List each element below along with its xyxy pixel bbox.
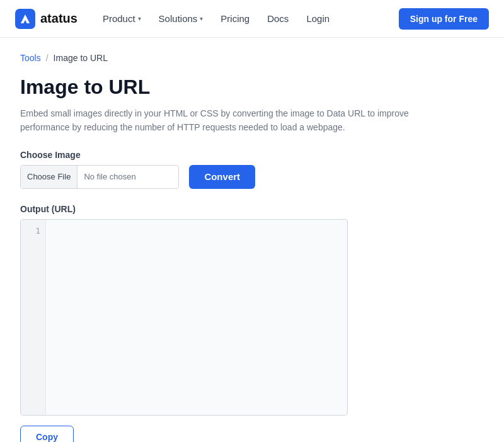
copy-button[interactable]: Copy <box>20 426 74 442</box>
logo-link[interactable]: atatus <box>15 9 77 29</box>
file-name-display: No file chosen <box>77 172 178 181</box>
nav-pricing[interactable]: Pricing <box>220 13 249 24</box>
breadcrumb-tools-link[interactable]: Tools <box>20 53 41 63</box>
page-title: Image to URL <box>20 76 484 99</box>
line-numbers: 1 <box>21 220 46 415</box>
logo-icon <box>15 9 35 29</box>
solutions-chevron-icon: ▾ <box>200 15 203 22</box>
breadcrumb-current: Image to URL <box>54 53 108 63</box>
nav-solutions[interactable]: Solutions ▾ <box>159 13 203 24</box>
page-description: Embed small images directly in your HTML… <box>20 106 449 135</box>
nav-actions: Sign up for Free <box>399 8 489 30</box>
nav-docs[interactable]: Docs <box>267 13 289 24</box>
main-content: Tools / Image to URL Image to URL Embed … <box>0 38 504 442</box>
navbar: atatus Product ▾ Solutions ▾ Pricing Doc… <box>0 0 504 38</box>
line-number-1: 1 <box>35 226 40 235</box>
choose-image-label: Choose Image <box>20 150 484 160</box>
breadcrumb-separator: / <box>46 53 49 63</box>
file-convert-row: Choose File No file chosen Convert <box>20 165 484 189</box>
breadcrumb: Tools / Image to URL <box>20 53 484 63</box>
signup-button[interactable]: Sign up for Free <box>399 8 489 30</box>
output-container: 1 <box>20 219 348 416</box>
nav-product[interactable]: Product ▾ <box>103 13 141 24</box>
file-input-wrapper: Choose File No file chosen <box>20 165 179 189</box>
product-chevron-icon: ▾ <box>138 15 141 22</box>
nav-login[interactable]: Login <box>306 13 329 24</box>
convert-button[interactable]: Convert <box>189 165 255 189</box>
output-textarea[interactable] <box>46 220 347 415</box>
choose-file-button[interactable]: Choose File <box>21 166 77 188</box>
nav-links: Product ▾ Solutions ▾ Pricing Docs Login <box>103 13 399 24</box>
output-label: Output (URL) <box>20 204 484 214</box>
logo-text: atatus <box>40 11 77 26</box>
